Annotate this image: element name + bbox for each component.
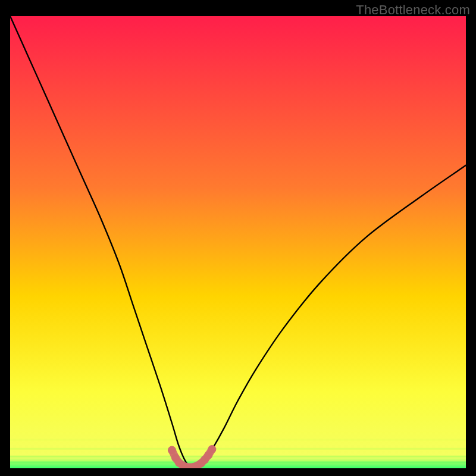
svg-point-5: [168, 446, 176, 455]
svg-rect-3: [10, 456, 466, 458]
chart-frame: TheBottleneck.com: [0, 0, 476, 476]
svg-rect-1: [10, 439, 466, 441]
plot-svg: [10, 16, 466, 468]
svg-rect-2: [10, 448, 466, 450]
svg-rect-0: [10, 430, 466, 431]
bottleneck-plot: [10, 16, 466, 468]
svg-rect-4: [10, 462, 466, 464]
watermark-text: TheBottleneck.com: [356, 2, 470, 18]
svg-point-16: [208, 445, 216, 453]
